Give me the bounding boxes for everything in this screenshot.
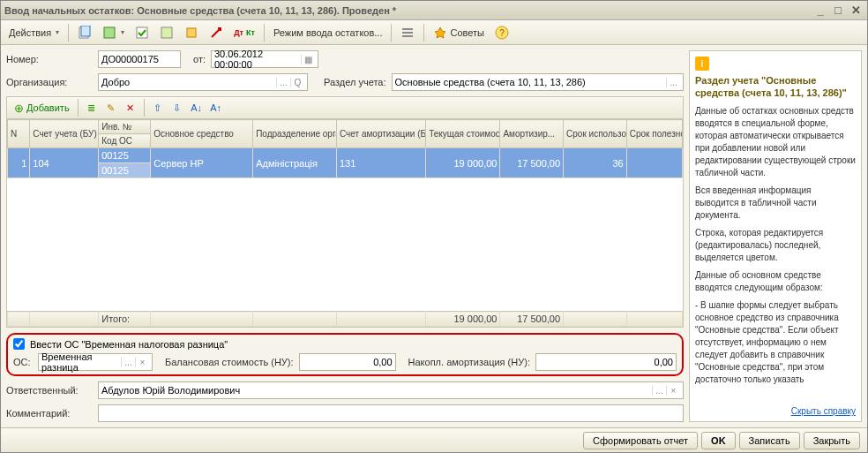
nak-label: Накопл. амортизация (НУ):	[408, 357, 530, 367]
svg-rect-5	[187, 28, 196, 37]
col-inv[interactable]: Инв. №	[99, 120, 151, 134]
col-useful[interactable]: Срок полезно...	[626, 120, 682, 148]
col-amort[interactable]: Амортизир...	[500, 120, 564, 148]
select-icon[interactable]: ...	[652, 386, 666, 396]
sort-desc-icon[interactable]: A↑	[207, 99, 225, 117]
col-asset[interactable]: Основное средство	[151, 120, 253, 148]
titlebar: Ввод начальных остатков: Основные средст…	[1, 1, 867, 20]
date-input[interactable]: 30.06.2012 00:00:00▦	[211, 50, 318, 68]
col-n[interactable]: N	[8, 120, 30, 148]
move-down-icon[interactable]: ⇩	[168, 99, 186, 117]
window-title: Ввод начальных остатков: Основные средст…	[4, 5, 811, 16]
toolbar-icon-5[interactable]	[180, 23, 203, 42]
comment-input[interactable]	[98, 404, 684, 422]
nak-input[interactable]: 0,00	[535, 353, 677, 371]
col-cost[interactable]: Текущая стоимость ...	[426, 120, 500, 148]
col-life[interactable]: Срок использов...	[564, 120, 627, 148]
svg-rect-2	[104, 27, 115, 38]
main-toolbar: Действия ДтКт Режим ввода остатков... Со…	[1, 20, 867, 45]
resp-label: Ответственный:	[6, 385, 93, 396]
move-up-icon[interactable]: ⇧	[149, 99, 167, 117]
edit-icon[interactable]: ✎	[102, 99, 120, 117]
ok-button[interactable]: OK	[701, 432, 736, 449]
help-title: Раздел учета "Основные средства (счета 1…	[695, 74, 856, 100]
actions-menu[interactable]: Действия	[4, 25, 64, 41]
table-toolbar: Добавить ≣ ✎ ✕ ⇧ ⇩ A↓ A↑	[6, 96, 684, 119]
open-icon[interactable]: Q	[290, 78, 304, 87]
close-button[interactable]: ✕	[848, 4, 864, 18]
col-dept[interactable]: Подразделение организации	[253, 120, 337, 148]
report-button[interactable]: Сформировать отчет	[583, 432, 698, 449]
info-icon: i	[695, 57, 709, 71]
number-input[interactable]: ДО00000175	[98, 50, 181, 68]
svg-rect-4	[161, 27, 172, 38]
bal-input[interactable]: 0,00	[299, 353, 396, 371]
svg-rect-6	[402, 28, 413, 30]
section-label: Раздел учета:	[324, 77, 386, 87]
delete-icon[interactable]: ✕	[122, 99, 139, 117]
calendar-icon[interactable]: ▦	[301, 55, 315, 64]
col-acct[interactable]: Счет учета (БУ)	[30, 120, 99, 148]
toolbar-icon-6[interactable]	[205, 23, 228, 42]
select-icon[interactable]: ...	[666, 78, 680, 87]
col-code[interactable]: Код ОС	[99, 134, 151, 148]
org-input[interactable]: Добро...Q	[98, 73, 308, 91]
hide-help-link[interactable]: Скрыть справку	[695, 406, 856, 416]
help-icon[interactable]: ?	[490, 23, 513, 42]
number-label: Номер:	[6, 54, 93, 64]
checkbox-input[interactable]	[13, 338, 25, 350]
os-input[interactable]: Временная разница...×	[38, 353, 153, 371]
help-panel: i Раздел учета "Основные средства (счета…	[689, 50, 862, 422]
data-grid[interactable]: N Счет учета (БУ) Инв. № Основное средст…	[7, 119, 683, 178]
sort-asc-icon[interactable]: A↓	[188, 99, 206, 117]
select-icon[interactable]: ...	[276, 78, 290, 87]
help-body: Данные об остатках основных средств ввод…	[695, 105, 856, 406]
bal-label: Балансовая стоимость (НУ):	[165, 357, 294, 367]
svg-text:?: ?	[499, 28, 505, 38]
svg-rect-3	[137, 27, 147, 38]
minimize-button[interactable]: _	[812, 4, 828, 18]
bottom-bar: Сформировать отчет OK Записать Закрыть	[1, 427, 867, 452]
comment-label: Комментарий:	[6, 408, 93, 419]
save-button[interactable]: Записать	[739, 432, 800, 449]
close-button[interactable]: Закрыть	[804, 432, 860, 449]
svg-rect-7	[402, 32, 413, 34]
toolbar-icon-2[interactable]	[98, 23, 129, 42]
select-icon[interactable]: ...	[121, 358, 135, 367]
list-icon[interactable]	[396, 23, 419, 42]
resp-input[interactable]: Абдулов Юрій Володимирович...×	[98, 381, 684, 399]
maximize-button[interactable]: □	[830, 4, 846, 18]
totals-row: Итого: 19 000,00 17 500,00	[8, 312, 683, 327]
org-label: Организация:	[6, 77, 93, 87]
toolbar-icon-3[interactable]	[131, 23, 153, 42]
toolbar-icon-1[interactable]	[73, 23, 96, 42]
tax-diff-checkbox[interactable]: Ввести ОС "Временная налоговая разница"	[13, 338, 677, 350]
section-input[interactable]: Основные средства (счета 10, 11, 13, 286…	[392, 73, 685, 91]
add-row-icon[interactable]: ≣	[83, 99, 101, 117]
tax-diff-box: Ввести ОС "Временная налоговая разница" …	[6, 333, 684, 376]
dt-kt-icon[interactable]: ДтКт	[229, 26, 259, 40]
toolbar-icon-4[interactable]	[155, 23, 178, 42]
date-label: от:	[193, 54, 206, 64]
tips-button[interactable]: Советы	[429, 23, 488, 42]
clear-icon[interactable]: ×	[666, 386, 680, 396]
col-amort-acct[interactable]: Счет амортизации (БУ)	[336, 120, 425, 148]
clear-icon[interactable]: ×	[135, 358, 149, 367]
add-button[interactable]: Добавить	[11, 100, 73, 117]
svg-rect-8	[402, 35, 413, 37]
mode-button[interactable]: Режим ввода остатков...	[269, 25, 387, 41]
table-row[interactable]: 1 104 00125 Сервер HP Адміністрація 131 …	[8, 148, 683, 163]
os-label: ОС:	[13, 357, 33, 367]
svg-rect-1	[81, 26, 90, 36]
